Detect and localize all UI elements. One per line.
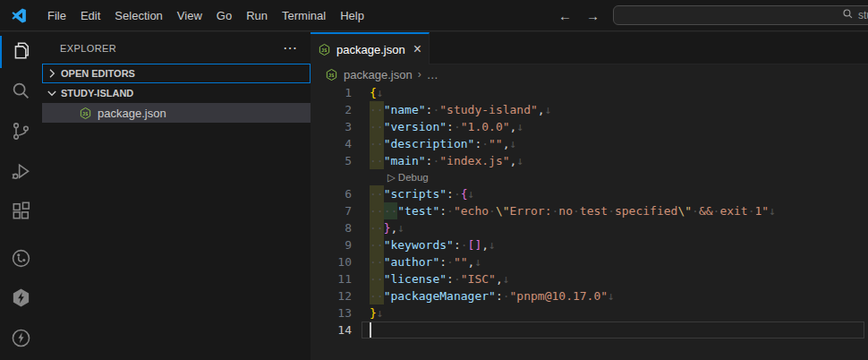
editor-group: JS package.json × JS package.json › … 1{… (311, 32, 868, 360)
token-ws: ↓ (468, 185, 475, 202)
token-ws: ↓ (516, 152, 523, 169)
menu-bar: FileEditSelectionViewGoRunTerminalHelp (40, 5, 371, 26)
code-line[interactable]: 3··"version":·"1.0.0",↓ (311, 118, 868, 135)
token-ws: ↓ (503, 270, 510, 287)
menu-file[interactable]: File (40, 5, 73, 26)
code-line[interactable]: 9··"keywords":·[],↓ (311, 236, 868, 253)
code-editor[interactable]: 1{↓2··"name":·"study-island",↓3··"versio… (311, 84, 868, 360)
code-line[interactable]: 2··"name":·"study-island",↓ (311, 101, 868, 118)
breadcrumb: JS package.json › … (311, 64, 868, 84)
code-line[interactable]: 4··"description":·"",↓ (311, 135, 868, 152)
token-key: "test" (397, 202, 439, 219)
activity-extension-git-graph[interactable] (0, 240, 42, 279)
token-key: "description" (384, 135, 475, 152)
codelens-debug[interactable]: ▷Debug (311, 169, 868, 185)
code-line[interactable]: 11··"license":·"ISC",↓ (311, 270, 868, 287)
token-punc: : (426, 152, 433, 169)
indent-guide: ·· (370, 101, 384, 118)
indent-guide: ·· (370, 152, 384, 169)
close-icon[interactable]: × (413, 42, 421, 56)
code-line[interactable]: 14 (311, 321, 868, 339)
line-content: }↓ (370, 304, 384, 321)
token-punc: : (474, 135, 481, 152)
token-key: "packageManager" (384, 287, 496, 304)
section-study-island[interactable]: STUDY-ISLAND (42, 83, 311, 103)
token-key: "version" (384, 118, 447, 135)
more-actions-icon[interactable]: ⋯ (283, 39, 298, 56)
code-line[interactable]: 12··"packageManager":·"pnpm@10.17.0"↓ (311, 287, 868, 304)
token-ws: · (432, 101, 439, 118)
token-str: "1.0.0" (461, 118, 510, 135)
token-ws: ↓ (545, 101, 552, 118)
menu-run[interactable]: Run (239, 5, 275, 26)
line-number: 12 (311, 287, 352, 304)
indent-guide: ·· (370, 270, 384, 287)
token-key: "license" (384, 270, 447, 287)
indent-guide: ·· (370, 253, 384, 270)
token-punc: , (390, 219, 397, 236)
token-ws: ↓ (377, 84, 384, 101)
menu-go[interactable]: Go (209, 5, 239, 26)
token-ws: · (447, 253, 454, 270)
token-punc: : (454, 236, 461, 253)
menu-terminal[interactable]: Terminal (275, 5, 333, 26)
token-key: "author" (384, 253, 440, 270)
token-key: "main" (384, 152, 426, 169)
token-ws: · (503, 287, 510, 304)
menu-help[interactable]: Help (333, 5, 371, 26)
token-str: specified (615, 202, 677, 219)
code-line[interactable]: 10··"author":·"",↓ (311, 253, 868, 270)
activity-extension-hexagon[interactable] (0, 279, 42, 320)
command-center-search[interactable]: study-island (613, 5, 868, 25)
codelens-label: Debug (398, 169, 429, 186)
line-number: 1 (311, 84, 352, 101)
tab-package-json[interactable]: JS package.json × (311, 32, 430, 64)
token-b2: [] (468, 236, 482, 253)
code-line[interactable]: 1{↓ (311, 84, 868, 101)
token-str: no (558, 202, 573, 219)
section-label: STUDY-ISLAND (61, 88, 133, 99)
back-arrow-icon[interactable]: ← (558, 8, 572, 23)
token-ws: ↓ (608, 287, 615, 304)
line-content: ··"author":·"",↓ (370, 253, 481, 270)
file-package.json[interactable]: JSpackage.json (42, 103, 311, 123)
token-str: "pnpm@10.17.0" (510, 287, 608, 304)
chevron-right-icon: › (418, 68, 421, 81)
line-content: ··"keywords":·[],↓ (370, 236, 496, 253)
activity-extension-lightning[interactable] (0, 320, 42, 360)
activity-explorer[interactable] (0, 32, 42, 73)
token-ws: ↓ (489, 236, 496, 253)
command-center-label: study-island (858, 9, 868, 21)
token-ws: · (454, 118, 461, 135)
line-content: ··"description":·"",↓ (370, 135, 516, 152)
token-ws: · (552, 202, 559, 219)
line-content: ··"main":·"index.js",↓ (370, 152, 523, 169)
code-line[interactable]: 5··"main":·"index.js",↓ (311, 152, 868, 169)
token-ws: · (461, 236, 468, 253)
token-str: 1" (755, 202, 770, 219)
breadcrumb-file[interactable]: package.json (344, 68, 413, 81)
lightning-circle-icon (11, 328, 31, 352)
activity-source-control[interactable] (0, 113, 42, 153)
code-line[interactable]: 13}↓ (311, 304, 868, 321)
token-ws: · (748, 202, 755, 219)
activity-search[interactable] (0, 73, 42, 113)
token-punc: , (538, 101, 545, 118)
menu-edit[interactable]: Edit (73, 5, 107, 26)
activity-extensions[interactable] (0, 193, 42, 234)
menu-selection[interactable]: Selection (107, 5, 169, 26)
section-open-editors[interactable]: OPEN EDITORS (42, 64, 311, 83)
token-ws: · (454, 270, 461, 287)
token-ws: · (481, 135, 489, 152)
token-punc: : (439, 202, 447, 219)
code-line[interactable]: 7····"test":·"echo·\"Error:·no·test·spec… (311, 202, 868, 219)
token-str: "index.js" (439, 152, 509, 169)
forward-arrow-icon[interactable]: → (586, 8, 600, 23)
svg-text:JS: JS (321, 47, 327, 52)
code-line[interactable]: 6··"scripts":·{↓ (311, 185, 868, 202)
menu-view[interactable]: View (170, 5, 209, 26)
breadcrumb-ellipsis[interactable]: … (427, 68, 438, 81)
code-line[interactable]: 8··},↓ (311, 219, 868, 236)
line-number: 6 (311, 185, 352, 202)
activity-run-and-debug[interactable] (0, 153, 42, 193)
